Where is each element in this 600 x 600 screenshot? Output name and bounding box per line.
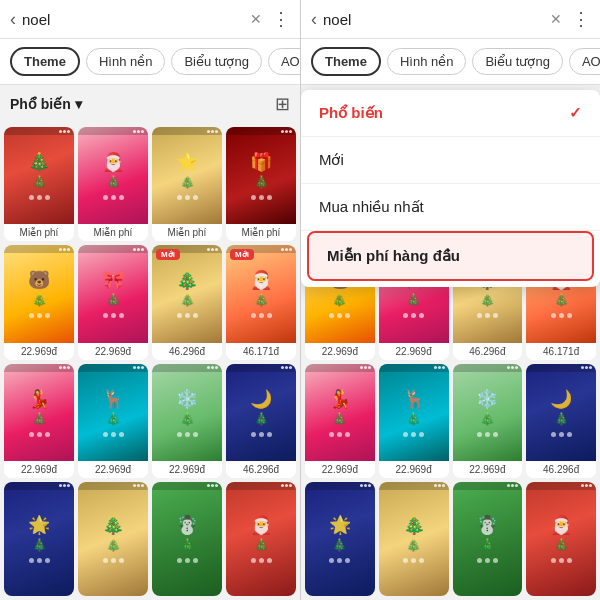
deco-dots xyxy=(29,313,50,318)
sort-label[interactable]: Phổ biến ▾ xyxy=(10,96,82,112)
item-card[interactable]: 🌟 🎄 xyxy=(305,482,375,596)
screen-decoration: 🐻 🎄 xyxy=(4,245,74,342)
theme-sub-icon: 🎄 xyxy=(106,175,121,189)
item-card[interactable]: ☃️ 🎄 xyxy=(152,482,222,596)
more-icon[interactable]: ⋮ xyxy=(572,8,590,30)
theme-sub-icon: 🎄 xyxy=(554,412,569,426)
item-card[interactable]: 🌙 🎄 46.296đ xyxy=(226,364,296,478)
deco-dots xyxy=(329,313,350,318)
theme-sub-icon: 🎄 xyxy=(254,293,269,307)
search-input[interactable] xyxy=(323,11,540,28)
dropdown-item-popular[interactable]: Phổ biến✓ xyxy=(301,90,600,137)
item-price: 22.969đ xyxy=(379,343,449,360)
tab-aod[interactable]: AODs xyxy=(569,48,600,75)
item-thumbnail: 🌙 🎄 xyxy=(526,364,596,461)
dropdown-item-free-top[interactable]: Miễn phí hàng đầu xyxy=(307,231,594,281)
item-price: 22.969đ xyxy=(152,461,222,478)
item-price: 22.969đ xyxy=(4,461,74,478)
tab-icon[interactable]: Biểu tượng xyxy=(171,48,261,75)
item-card[interactable]: 🦌 🎄 22.969đ xyxy=(78,364,148,478)
item-price: Miễn phí xyxy=(152,224,222,241)
theme-icon: 🌙 xyxy=(250,388,272,410)
theme-icon: 🐻 xyxy=(28,269,50,291)
item-card[interactable]: 🎅 🎄 xyxy=(526,482,596,596)
theme-icon: 🦌 xyxy=(403,388,425,410)
screen-decoration: 🎄 🎄 xyxy=(4,127,74,224)
tab-theme[interactable]: Theme xyxy=(311,47,381,76)
item-card[interactable]: 💃 🎄 22.969đ xyxy=(4,364,74,478)
dropdown-item-label: Miễn phí hàng đầu xyxy=(327,247,460,265)
dropdown-item-label: Phổ biến xyxy=(319,104,383,122)
theme-icon: 🎀 xyxy=(102,269,124,291)
theme-icon: 🎄 xyxy=(403,514,425,536)
item-card[interactable]: 🌙 🎄 46.296đ xyxy=(526,364,596,478)
item-card[interactable]: ⭐ 🎄 Miễn phí xyxy=(152,127,222,241)
theme-sub-icon: 🎄 xyxy=(254,412,269,426)
tab-wallpaper[interactable]: Hình nền xyxy=(387,48,467,75)
item-card[interactable]: 🎄 🎄 Miễn phí xyxy=(4,127,74,241)
search-input-wrap[interactable] xyxy=(323,11,540,28)
screen-decoration: 🌙 🎄 xyxy=(226,364,296,461)
theme-icon: 💃 xyxy=(329,388,351,410)
theme-sub-icon: 🎄 xyxy=(254,175,269,189)
item-card[interactable]: 🐻 🎄 22.969đ xyxy=(4,245,74,359)
screen-decoration: 🌟 🎄 xyxy=(305,482,375,596)
theme-icon: 🎄 xyxy=(102,514,124,536)
item-card[interactable]: 🌟 🎄 xyxy=(4,482,74,596)
item-card[interactable]: ☃️ 🎄 xyxy=(453,482,523,596)
item-card[interactable]: 🦌 🎄 22.969đ xyxy=(379,364,449,478)
item-card[interactable]: 🎀 🎄 22.969đ xyxy=(78,245,148,359)
item-card[interactable]: ❄️ 🎄 22.969đ xyxy=(152,364,222,478)
item-card[interactable]: 🎄 🎄 xyxy=(379,482,449,596)
more-icon[interactable]: ⋮ xyxy=(272,8,290,30)
item-thumbnail: ⭐ 🎄 xyxy=(152,127,222,224)
item-price: 46.296đ xyxy=(453,343,523,360)
tab-icon[interactable]: Biểu tượng xyxy=(472,48,562,75)
theme-sub-icon: 🎄 xyxy=(180,293,195,307)
item-card[interactable]: ❄️ 🎄 22.969đ xyxy=(453,364,523,478)
screen-decoration: 🎅 🎄 xyxy=(226,482,296,596)
phone-art: 🎅 🎄 xyxy=(526,482,596,596)
item-card[interactable]: 💃 🎄 22.969đ xyxy=(305,364,375,478)
theme-icon: 🌟 xyxy=(329,514,351,536)
tab-theme[interactable]: Theme xyxy=(10,47,80,76)
screen-decoration: ❄️ 🎄 xyxy=(152,364,222,461)
item-thumbnail: 🎁 🎄 xyxy=(226,127,296,224)
grid-icon[interactable]: ⊞ xyxy=(275,93,290,115)
theme-icon: 🦌 xyxy=(102,388,124,410)
deco-dots xyxy=(551,313,572,318)
clear-icon[interactable]: ✕ xyxy=(250,11,262,27)
sort-arrow-icon: ▾ xyxy=(75,96,82,112)
tab-aod[interactable]: AODs xyxy=(268,48,300,75)
theme-sub-icon: 🎄 xyxy=(406,293,421,307)
item-thumbnail: 🦌 🎄 xyxy=(379,364,449,461)
item-card[interactable]: 🎅 🎄 Miễn phí xyxy=(78,127,148,241)
deco-dots xyxy=(329,432,350,437)
theme-icon: ❄️ xyxy=(476,388,498,410)
item-thumbnail: 💃 🎄 xyxy=(305,364,375,461)
deco-dots xyxy=(477,558,498,563)
dropdown-item-new[interactable]: Mới xyxy=(301,137,600,184)
item-price: 22.969đ xyxy=(305,461,375,478)
theme-sub-icon: 🎄 xyxy=(480,538,495,552)
dropdown-item-bestseller[interactable]: Mua nhiều nhất xyxy=(301,184,600,231)
search-input[interactable] xyxy=(22,11,240,28)
item-card[interactable]: Mới 🎄 🎄 46.296đ xyxy=(152,245,222,359)
item-price: 22.969đ xyxy=(379,461,449,478)
item-thumbnail: ☃️ 🎄 xyxy=(453,482,523,596)
phone-art: 🎄 🎄 xyxy=(78,482,148,596)
phone-art: 🎄 🎄 xyxy=(4,127,74,224)
back-icon[interactable]: ‹ xyxy=(311,9,317,30)
item-card[interactable]: Mới 🎅 🎄 46.171đ xyxy=(226,245,296,359)
item-card[interactable]: 🎅 🎄 xyxy=(226,482,296,596)
screen-decoration: 💃 🎄 xyxy=(305,364,375,461)
theme-sub-icon: 🎄 xyxy=(32,293,47,307)
item-card[interactable]: 🎄 🎄 xyxy=(78,482,148,596)
tab-wallpaper[interactable]: Hình nền xyxy=(86,48,166,75)
item-card[interactable]: 🎁 🎄 Miễn phí xyxy=(226,127,296,241)
deco-dots xyxy=(251,432,272,437)
back-icon[interactable]: ‹ xyxy=(10,9,16,30)
search-input-wrap[interactable] xyxy=(22,11,240,28)
clear-icon[interactable]: ✕ xyxy=(550,11,562,27)
phone-art: 🎀 🎄 xyxy=(78,245,148,342)
